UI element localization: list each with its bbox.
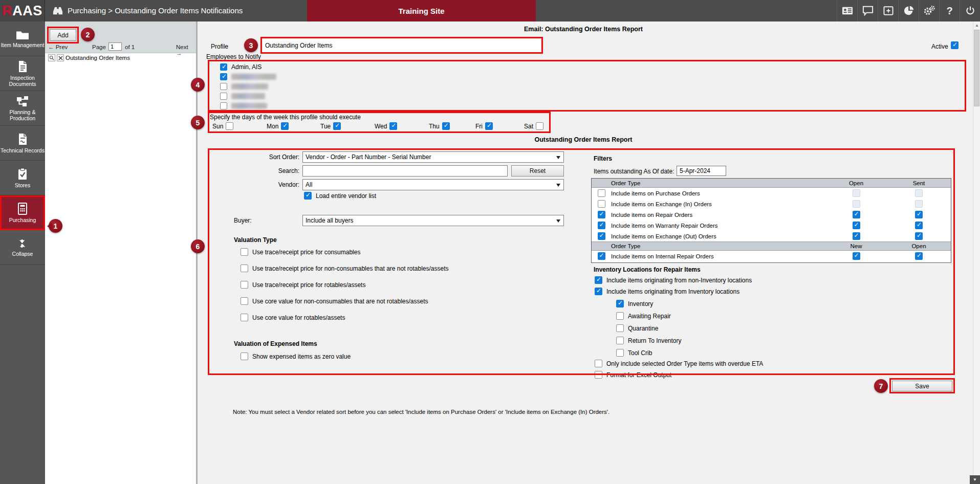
- open-checkbox[interactable]: [853, 232, 860, 240]
- profile-input[interactable]: [263, 39, 541, 52]
- asof-date-input[interactable]: [677, 166, 726, 176]
- employee-checkbox[interactable]: [220, 63, 227, 71]
- employee-name-redacted: [231, 103, 267, 109]
- order-type-checkbox[interactable]: [598, 252, 605, 260]
- search-input[interactable]: [302, 165, 508, 177]
- non-inventory-checkbox[interactable]: [595, 276, 602, 284]
- sort-order-select[interactable]: Vendor - Order - Part Number - Serial Nu…: [302, 151, 564, 163]
- sub-location-option: Inventory: [616, 300, 653, 307]
- expensed-checkbox[interactable]: [241, 353, 248, 360]
- order-type-checkbox[interactable]: [598, 200, 605, 208]
- order-type-checkbox[interactable]: [598, 232, 605, 240]
- day-checkbox[interactable]: [485, 122, 493, 130]
- employee-checkbox[interactable]: [220, 93, 227, 100]
- sent-checkbox: [915, 200, 923, 208]
- order-type-checkbox[interactable]: [598, 222, 605, 229]
- power-icon[interactable]: [960, 0, 980, 21]
- magnifier-icon[interactable]: [48, 54, 55, 61]
- employee-checkbox[interactable]: [220, 73, 227, 80]
- add-button[interactable]: Add: [50, 29, 76, 41]
- valuation-checkbox[interactable]: [241, 281, 248, 289]
- quarantine-checkbox[interactable]: [616, 324, 624, 332]
- excel-output-checkbox[interactable]: [595, 371, 602, 379]
- valuation-checkbox[interactable]: [241, 265, 248, 272]
- scroll-up-arrow[interactable]: ▲: [973, 21, 980, 29]
- day-checkbox[interactable]: [281, 122, 289, 130]
- chat-icon[interactable]: [857, 0, 878, 21]
- employee-checkbox[interactable]: [220, 102, 227, 109]
- prev-page-link[interactable]: ← Prev: [48, 44, 68, 50]
- tool-crib-checkbox[interactable]: [616, 349, 624, 357]
- sidebar-item-stores[interactable]: Stores: [0, 161, 45, 195]
- day-checkbox[interactable]: [389, 122, 397, 130]
- inventory-checkbox[interactable]: [616, 300, 624, 307]
- day-checkbox[interactable]: [442, 122, 450, 130]
- day-checkbox[interactable]: [226, 122, 233, 130]
- open-checkbox[interactable]: [853, 222, 860, 229]
- add-window-icon[interactable]: [878, 0, 898, 21]
- order-type-checkbox[interactable]: [598, 211, 605, 218]
- sidebar-item-inspection-documents[interactable]: Inspection Documents: [0, 56, 45, 91]
- id-card-icon[interactable]: [837, 0, 857, 21]
- valuation-option: Use trace/receipt price for rotables/ass…: [241, 281, 365, 289]
- day-checkbox[interactable]: [333, 122, 341, 130]
- sidebar-item-collapse[interactable]: Collapse: [0, 230, 45, 265]
- sent-checkbox[interactable]: [915, 232, 923, 240]
- vertical-scrollbar[interactable]: ▲: [973, 21, 980, 475]
- day-checkbox[interactable]: [536, 122, 543, 130]
- sidebar-item-purchasing[interactable]: Purchasing: [0, 195, 45, 230]
- vendor-select[interactable]: All: [302, 179, 564, 190]
- sub-location-option: Awaiting Repair: [616, 312, 671, 320]
- callout-7: 7: [874, 379, 888, 393]
- buyer-select[interactable]: Include all buyers: [302, 215, 564, 226]
- pie-chart-icon[interactable]: [898, 0, 919, 21]
- expensed-items-heading: Valuation of Expensed Items: [234, 340, 317, 347]
- new-checkbox[interactable]: [853, 252, 860, 260]
- valuation-checkbox[interactable]: [241, 314, 248, 321]
- overdue-eta-checkbox[interactable]: [595, 360, 602, 367]
- order-type-checkbox[interactable]: [598, 189, 605, 197]
- scroll-corner-dropdown[interactable]: ▼: [970, 475, 980, 484]
- valuation-option: Use core value for rotables/assets: [241, 314, 345, 321]
- next-page-link[interactable]: Next →: [176, 44, 194, 56]
- page-number-input[interactable]: [108, 42, 122, 51]
- table-row: Include items on Exchange (Out) Orders: [592, 231, 951, 241]
- employee-row: Admin, AIS: [220, 63, 262, 71]
- sent-checkbox[interactable]: [915, 211, 923, 218]
- sidebar-item-planning-production[interactable]: Planning & Production: [0, 91, 45, 126]
- save-button[interactable]: Save: [892, 381, 952, 391]
- sent-checkbox[interactable]: [915, 222, 923, 229]
- open-checkbox[interactable]: [915, 252, 923, 260]
- load-vendor-checkbox[interactable]: [304, 192, 312, 200]
- reset-button[interactable]: Reset: [511, 165, 564, 177]
- open-checkbox[interactable]: [853, 211, 860, 218]
- raas-logo[interactable]: RAAS: [0, 0, 45, 21]
- settings-gears-icon[interactable]: [919, 0, 939, 21]
- order-type-label: Include items on Exchange (In) Orders: [611, 201, 825, 207]
- profile-list-item[interactable]: Outstanding Order Items: [48, 54, 130, 61]
- sub-location-label: Inventory: [628, 300, 653, 307]
- valuation-option-label: Use trace/receipt price for rotables/ass…: [252, 281, 365, 289]
- table-row: Include items on Warranty Repair Orders: [592, 220, 951, 231]
- inventory-locations-heading: Inventory Locations for Repair Items: [594, 266, 701, 273]
- scrollbar-thumb[interactable]: [974, 30, 979, 106]
- inventory-locations-checkbox[interactable]: [595, 288, 602, 295]
- overdue-eta-option: Only include selected Order Type items w…: [595, 360, 763, 367]
- employee-row: [220, 83, 268, 90]
- valuation-checkbox[interactable]: [241, 297, 248, 305]
- sidebar-item-item-management[interactable]: Item Management: [0, 21, 45, 56]
- valuation-checkbox[interactable]: [241, 248, 248, 256]
- employee-row: [220, 73, 276, 80]
- return-to-inventory-checkbox[interactable]: [616, 337, 624, 344]
- sidebar-item-technical-records[interactable]: Technical Records: [0, 126, 45, 161]
- sub-location-option: Tool Crib: [616, 349, 652, 357]
- active-checkbox[interactable]: [951, 41, 959, 49]
- day-wed: Wed: [375, 122, 397, 130]
- employee-checkbox[interactable]: [220, 83, 227, 90]
- help-icon[interactable]: ?: [939, 0, 960, 21]
- pagination-bar: ← Prev Page of 1 Next →: [47, 43, 194, 53]
- awaiting-repair-checkbox[interactable]: [616, 312, 624, 320]
- sent-header: Sent: [887, 180, 951, 186]
- delete-x-icon[interactable]: [57, 54, 64, 61]
- top-bar: RAAS Purchasing > Outstanding Order Item…: [0, 0, 980, 21]
